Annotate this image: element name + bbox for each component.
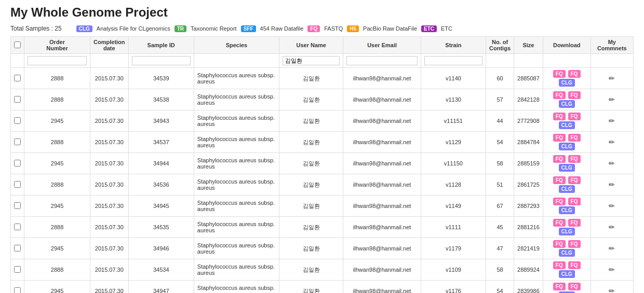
download-fq2-button[interactable]: FQ	[568, 70, 581, 78]
row-checkbox[interactable]	[14, 202, 21, 209]
download-clg-button[interactable]: CLG	[559, 164, 575, 172]
download-fq2-button[interactable]: FQ	[568, 176, 581, 184]
table-row: 2945 2015.07.30 34943 Staphylococcus aur…	[11, 110, 634, 132]
row-order: 2888	[24, 259, 90, 281]
download-fq2-button[interactable]: FQ	[568, 219, 581, 227]
row-download: FQ FQ CLG	[543, 259, 591, 281]
download-clg-button[interactable]: CLG	[559, 270, 575, 278]
download-clg-button[interactable]: CLG	[559, 143, 575, 150]
row-date: 2015.07.30	[90, 110, 129, 132]
edit-comment-icon[interactable]: ✏	[609, 202, 615, 210]
download-fq1-button[interactable]: FQ	[553, 134, 566, 142]
row-checkbox[interactable]	[14, 287, 21, 294]
row-email: ilhwan98@hanmail.net	[343, 196, 421, 217]
row-order: 2945	[24, 281, 90, 294]
row-checkbox[interactable]	[14, 96, 21, 103]
row-sample: 34945	[128, 196, 194, 217]
download-fq1-button[interactable]: FQ	[553, 176, 566, 184]
filter-download-cell	[543, 54, 591, 68]
row-order: 2888	[24, 68, 90, 89]
filter-comments-cell	[591, 54, 633, 68]
row-contigs: 67	[486, 196, 514, 217]
edit-comment-icon[interactable]: ✏	[609, 117, 615, 125]
download-fq1-button[interactable]: FQ	[553, 155, 566, 163]
download-fq2-button[interactable]: FQ	[568, 134, 581, 142]
row-checkbox[interactable]	[14, 181, 21, 188]
row-contigs: 45	[486, 217, 514, 238]
row-sample: 34534	[128, 259, 194, 281]
download-fq2-button[interactable]: FQ	[568, 261, 581, 269]
row-download: FQ FQ CLG	[543, 68, 591, 89]
edit-comment-icon[interactable]: ✏	[609, 138, 615, 146]
filter-row	[11, 54, 634, 68]
row-size: 2889924	[514, 259, 543, 281]
download-clg-button[interactable]: CLG	[559, 228, 575, 235]
filter-sample-input[interactable]	[132, 56, 191, 65]
download-clg-button[interactable]: CLG	[559, 206, 575, 214]
filter-email-input[interactable]	[346, 56, 417, 65]
row-download: FQ FQ CLG	[543, 132, 591, 153]
filter-user-cell	[279, 54, 343, 68]
row-order: 2888	[24, 89, 90, 110]
table-row: 2945 2015.07.30 34944 Staphylococcus aur…	[11, 153, 634, 174]
download-fq1-button[interactable]: FQ	[553, 198, 566, 205]
download-fq1-button[interactable]: FQ	[553, 240, 566, 248]
download-fq1-button[interactable]: FQ	[553, 261, 566, 269]
download-fq2-button[interactable]: FQ	[568, 283, 581, 290]
row-order: 2888	[24, 217, 90, 238]
filter-order-input[interactable]	[28, 56, 87, 65]
download-fq1-button[interactable]: FQ	[553, 70, 566, 78]
download-clg-button[interactable]: CLG	[559, 79, 575, 87]
row-checkbox[interactable]	[14, 138, 21, 145]
download-fq2-button[interactable]: FQ	[568, 91, 581, 99]
edit-comment-icon[interactable]: ✏	[609, 74, 615, 82]
filter-sample-cell	[128, 54, 194, 68]
row-species: Staphylococcus aureus subsp. aureus	[194, 68, 279, 89]
select-all-checkbox[interactable]	[14, 41, 21, 48]
row-checkbox[interactable]	[14, 224, 21, 230]
edit-comment-icon[interactable]: ✏	[609, 287, 615, 293]
row-download: FQ FQ CLG	[543, 281, 591, 294]
filter-strain-input[interactable]	[424, 56, 482, 65]
row-order: 2888	[24, 132, 90, 153]
download-clg-button[interactable]: CLG	[559, 121, 575, 129]
download-clg-button[interactable]: CLG	[559, 100, 575, 108]
download-fq1-button[interactable]: FQ	[553, 219, 566, 227]
col-contigs: No. ofContigs	[486, 37, 514, 54]
row-user: 김일환	[279, 281, 343, 294]
edit-comment-icon[interactable]: ✏	[609, 95, 615, 104]
col-order: OrderNumber	[24, 37, 90, 54]
row-date: 2015.07.30	[90, 281, 129, 294]
row-sample: 34539	[128, 68, 194, 89]
row-checkbox[interactable]	[14, 266, 21, 273]
download-fq2-button[interactable]: FQ	[568, 113, 581, 120]
edit-comment-icon[interactable]: ✏	[609, 180, 615, 189]
edit-comment-icon[interactable]: ✏	[609, 266, 615, 274]
edit-comment-icon[interactable]: ✏	[609, 159, 615, 168]
row-checkbox[interactable]	[14, 160, 21, 166]
download-fq2-button[interactable]: FQ	[568, 240, 581, 248]
row-sample: 34944	[128, 153, 194, 174]
row-email: ilhwan98@hanmail.net	[343, 281, 421, 294]
download-fq2-button[interactable]: FQ	[568, 198, 581, 205]
filter-species-cell	[194, 54, 279, 68]
download-fq1-button[interactable]: FQ	[553, 113, 566, 120]
row-contigs: 51	[486, 174, 514, 196]
download-clg-button[interactable]: CLG	[559, 185, 575, 193]
badge-fq: FQ	[307, 25, 320, 32]
edit-comment-icon[interactable]: ✏	[609, 244, 615, 253]
download-fq1-button[interactable]: FQ	[553, 283, 566, 290]
download-fq2-button[interactable]: FQ	[568, 155, 581, 163]
row-checkbox[interactable]	[14, 117, 21, 124]
edit-comment-icon[interactable]: ✏	[609, 223, 615, 231]
row-checkbox[interactable]	[14, 245, 21, 252]
download-clg-button[interactable]: CLG	[559, 249, 575, 257]
page-container: My Whole Genome Project Total Samples : …	[0, 0, 644, 293]
badge-h5: H5	[347, 25, 359, 32]
row-email: ilhwan98@hanmail.net	[343, 110, 421, 132]
filter-checkbox-cell	[11, 54, 24, 68]
filter-user-input[interactable]	[283, 56, 340, 65]
download-fq1-button[interactable]: FQ	[553, 91, 566, 99]
row-contigs: 60	[486, 68, 514, 89]
row-checkbox[interactable]	[14, 75, 21, 81]
